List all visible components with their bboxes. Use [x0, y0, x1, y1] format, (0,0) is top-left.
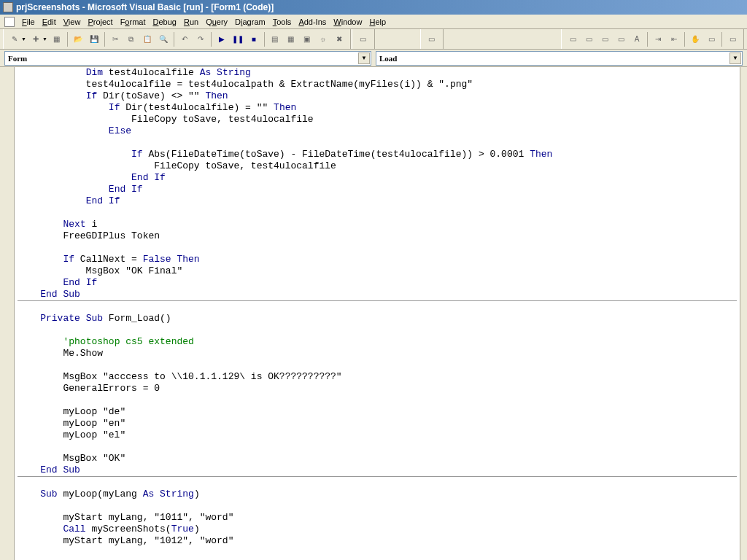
code-margin [0, 67, 15, 560]
form-layout-button[interactable]: ▣ [300, 32, 314, 47]
open-button[interactable]: 📂 [71, 32, 85, 47]
object-combo-value: Form [8, 54, 27, 63]
stop-button[interactable]: ■ [247, 32, 261, 47]
menu-addins[interactable]: Add-Ins [298, 18, 326, 26]
comment-button[interactable]: ▭ [725, 32, 740, 47]
object-combo[interactable]: Form ▼ [4, 51, 371, 66]
form-grid-button[interactable]: ▭ [425, 32, 439, 47]
mdi-system-icon[interactable] [4, 17, 15, 27]
data-view-button[interactable]: ▭ [356, 32, 371, 47]
bookmark-toggle-button[interactable]: ✋ [688, 32, 703, 47]
menu-bar: File Edit View Project Format Debug Run … [0, 15, 747, 29]
edit-tb-5[interactable]: A [630, 32, 644, 47]
menu-view[interactable]: View [63, 18, 81, 26]
window-title: prjScreenshots - Microsoft Visual Basic … [16, 2, 274, 12]
find-button[interactable]: 🔍 [156, 32, 171, 47]
menu-file[interactable]: File [22, 18, 35, 26]
menu-format[interactable]: Format [120, 18, 146, 26]
edit-tb-1[interactable]: ▭ [565, 32, 580, 47]
menu-project[interactable]: Project [88, 18, 112, 26]
menu-window[interactable]: Window [333, 18, 362, 26]
undo-button[interactable]: ↶ [177, 32, 192, 47]
break-button[interactable]: ❚❚ [231, 32, 245, 47]
indent-button[interactable]: ⇥ [651, 32, 665, 47]
redo-button[interactable]: ↷ [193, 32, 208, 47]
project-explorer-button[interactable]: ▤ [268, 32, 282, 47]
run-button[interactable]: ▶ [214, 32, 229, 47]
save-button[interactable]: 💾 [87, 32, 101, 47]
cut-button[interactable]: ✂ [108, 32, 123, 47]
chevron-down-icon[interactable]: ▼ [729, 52, 741, 64]
outdent-button[interactable]: ⇤ [667, 32, 681, 47]
procedure-combo[interactable]: Load ▼ [376, 51, 743, 66]
edit-tb-2[interactable]: ▭ [581, 32, 596, 47]
add-project-button[interactable]: ✎ [7, 32, 22, 47]
bookmark-next-button[interactable]: ▭ [704, 32, 719, 47]
menu-help[interactable]: Help [369, 18, 386, 26]
code-nav-bar: Form ▼ Load ▼ [0, 50, 747, 67]
paste-button[interactable]: 📋 [140, 32, 155, 47]
toolbar: ✎▼ ✚▼ ▦ 📂 💾 ✂ ⧉ 📋 🔍 ↶ ↷ ▶ ❚❚ ■ ▤ ▦ ▣ ☼ ✖… [0, 29, 747, 50]
toolbox-button[interactable]: ✖ [332, 32, 347, 47]
properties-button[interactable]: ▦ [284, 32, 298, 47]
menu-query[interactable]: Query [206, 18, 228, 26]
code-pane: Dim test4ulocalfile As String test4uloca… [0, 67, 747, 560]
object-browser-button[interactable]: ☼ [316, 32, 330, 47]
add-item-button[interactable]: ✚ [28, 32, 43, 47]
app-icon [3, 2, 13, 12]
code-editor[interactable]: Dim test4ulocalfile As String test4uloca… [15, 67, 740, 560]
right-gutter [740, 67, 747, 560]
window-titlebar: prjScreenshots - Microsoft Visual Basic … [0, 0, 747, 15]
menu-diagram[interactable]: Diagram [235, 18, 266, 26]
chevron-down-icon[interactable]: ▼ [358, 52, 370, 64]
copy-button[interactable]: ⧉ [124, 32, 139, 47]
menu-edit[interactable]: Edit [42, 18, 56, 26]
menu-editor-button[interactable]: ▦ [50, 32, 64, 47]
edit-tb-3[interactable]: ▭ [597, 32, 612, 47]
edit-tb-4[interactable]: ▭ [614, 32, 628, 47]
menu-debug[interactable]: Debug [152, 18, 176, 26]
menu-tools[interactable]: Tools [273, 18, 292, 26]
procedure-combo-value: Load [379, 54, 397, 63]
menu-run[interactable]: Run [184, 18, 198, 26]
